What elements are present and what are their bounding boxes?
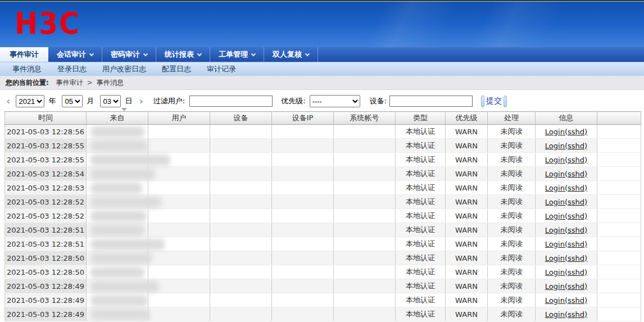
cell-device — [210, 237, 272, 251]
column-header-来自[interactable]: 来自 — [87, 112, 148, 125]
cell-status: 未阅读 — [488, 167, 536, 181]
info-link[interactable]: Login(sshd) — [545, 142, 587, 150]
cell-device — [210, 139, 272, 153]
cell-extra — [597, 125, 641, 139]
cell-device — [210, 307, 272, 321]
year-unit-label: 年 — [48, 96, 56, 106]
tab-ticket-mgmt[interactable]: 工单管理 — [210, 47, 264, 62]
column-header-信息[interactable]: 信息 — [536, 112, 597, 125]
next-day-arrow-icon[interactable]: › — [137, 96, 144, 106]
priority-select[interactable]: ---- — [310, 95, 360, 107]
tab-label: 双人复核 — [273, 49, 302, 60]
cell-from — [87, 139, 148, 153]
column-header-设备[interactable]: 设备 — [210, 112, 272, 125]
tab-event-audit[interactable]: 事件审计 — [0, 47, 48, 62]
cell-info: Login(sshd) — [536, 265, 597, 279]
subnav-item-audit-record[interactable]: 审计记录 — [199, 64, 244, 74]
info-link[interactable]: Login(sshd) — [545, 254, 587, 262]
tab-dual-review[interactable]: 双人复核 — [264, 47, 318, 62]
cell-user — [148, 167, 210, 181]
cell-device — [210, 195, 272, 209]
table-row: 2021-05-03 12:28:54本地认证WARN未阅读Login(sshd… — [5, 167, 641, 181]
column-header-处理[interactable]: 处理 — [488, 112, 536, 125]
cell-priority: WARN — [446, 153, 488, 167]
tab-label: 统计报表 — [165, 49, 194, 60]
year-select[interactable]: 2021 — [16, 95, 44, 107]
cell-type: 本地认证 — [396, 293, 446, 307]
column-header-用户[interactable]: 用户 — [148, 112, 210, 125]
cell-status: 未阅读 — [488, 209, 536, 223]
subnav-item-login-log[interactable]: 登录日志 — [49, 64, 94, 74]
cell-device_ip — [272, 279, 334, 293]
info-link[interactable]: Login(sshd) — [545, 170, 587, 178]
cell-extra — [597, 265, 641, 279]
events-table: 时间来自用户设备设备IP系统帐号类型优先级处理信息 2021-05-03 12:… — [4, 111, 641, 321]
cell-device_ip — [272, 195, 334, 209]
cell-status: 未阅读 — [488, 237, 536, 251]
cell-device_ip — [272, 153, 334, 167]
cell-priority: WARN — [446, 209, 488, 223]
table-row: 2021-05-03 12:28:49本地认证WARN未阅读Login(sshd… — [5, 307, 641, 321]
cell-priority: WARN — [446, 237, 488, 251]
cell-account — [334, 153, 396, 167]
cell-type: 本地认证 — [396, 265, 446, 279]
day-select[interactable]: 03 — [100, 95, 121, 107]
device-input[interactable] — [389, 96, 473, 107]
info-link[interactable]: Login(sshd) — [545, 310, 587, 319]
column-header-设备IP[interactable]: 设备IP — [272, 112, 334, 125]
table-row: 2021-05-03 12:28:50本地认证WARN未阅读Login(sshd… — [5, 251, 641, 265]
info-link[interactable]: Login(sshd) — [545, 226, 587, 234]
breadcrumb-link-event-message[interactable]: 事件消息 — [97, 78, 124, 88]
breadcrumb-link-event-audit[interactable]: 事件审计 — [56, 78, 83, 88]
prev-day-arrow-icon[interactable]: ‹ — [4, 96, 12, 106]
info-link[interactable]: Login(sshd) — [545, 198, 587, 206]
info-link[interactable]: Login(sshd) — [545, 212, 587, 220]
cell-extra — [597, 251, 641, 265]
redacted-blur — [90, 197, 161, 208]
cell-info: Login(sshd) — [536, 139, 597, 153]
cell-from — [87, 279, 148, 293]
chevron-down-icon — [89, 51, 94, 56]
cell-info: Login(sshd) — [536, 153, 597, 167]
cell-device — [210, 153, 272, 167]
cell-type: 本地认证 — [396, 307, 446, 321]
column-header-优先级[interactable]: 优先级 — [446, 112, 488, 125]
column-header-系统帐号[interactable]: 系统帐号 — [334, 112, 396, 125]
subnav-item-config-log[interactable]: 配置日志 — [154, 64, 199, 74]
tab-password-audit[interactable]: 密码审计 — [102, 47, 156, 62]
cell-device_ip — [272, 167, 334, 181]
tab-stats-report[interactable]: 统计报表 — [156, 47, 210, 62]
submit-button[interactable]: 提交 — [481, 96, 507, 107]
cell-priority: WARN — [446, 265, 488, 279]
info-link[interactable]: Login(sshd) — [545, 268, 587, 276]
cell-type: 本地认证 — [396, 139, 446, 153]
info-link[interactable]: Login(sshd) — [545, 282, 587, 291]
column-header-extra[interactable] — [597, 112, 641, 125]
redacted-blur — [90, 253, 152, 264]
month-select[interactable]: 05 — [62, 95, 83, 107]
redacted-blur — [90, 281, 159, 292]
table-row: 2021-05-03 12:28:56本地认证WARN未阅读Login(sshd… — [5, 125, 641, 139]
info-link[interactable]: Login(sshd) — [545, 296, 587, 305]
column-header-时间[interactable]: 时间 — [5, 112, 87, 125]
tab-session-audit[interactable]: 会话审计 — [48, 47, 102, 62]
cell-type: 本地认证 — [396, 181, 446, 195]
redacted-blur — [90, 183, 142, 194]
cell-priority: WARN — [446, 279, 488, 293]
info-link[interactable]: Login(sshd) — [545, 240, 587, 248]
subnav-item-user-passwd-log[interactable]: 用户改密日志 — [94, 64, 154, 74]
info-link[interactable]: Login(sshd) — [545, 156, 587, 164]
redacted-blur — [90, 169, 156, 180]
cell-type: 本地认证 — [396, 237, 446, 251]
info-link[interactable]: Login(sshd) — [545, 184, 587, 192]
cell-priority: WARN — [446, 139, 488, 153]
cell-priority: WARN — [446, 167, 488, 181]
column-header-类型[interactable]: 类型 — [396, 112, 446, 125]
info-link[interactable]: Login(sshd) — [545, 128, 587, 136]
filter-user-input[interactable] — [189, 96, 273, 107]
sort-indicator-icon[interactable] — [121, 108, 127, 111]
subnav-item-event-message[interactable]: 事件消息 — [4, 64, 49, 74]
redacted-blur — [90, 239, 165, 250]
redacted-blur — [90, 267, 144, 278]
cell-user — [148, 265, 210, 279]
